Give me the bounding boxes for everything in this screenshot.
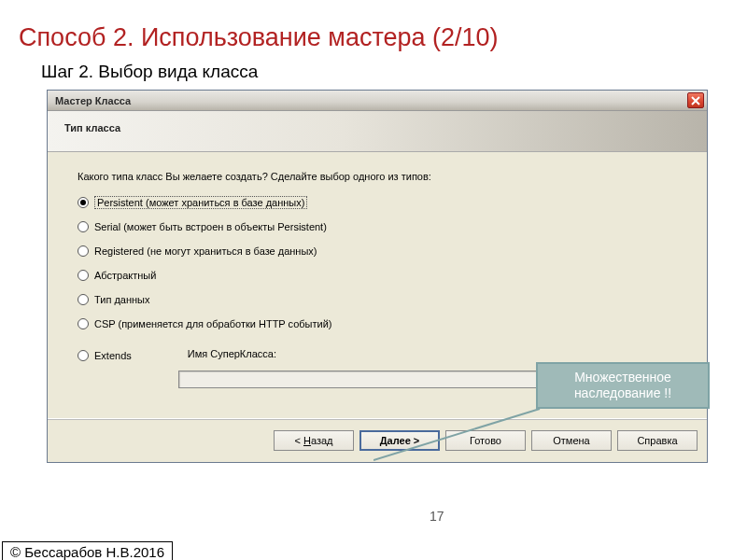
radio-label: Serial (может быть встроен в объекты Per… [94, 221, 327, 232]
next-button[interactable]: Далее > [359, 430, 440, 451]
page-number: 17 [430, 509, 444, 524]
radio-label: CSP (применяется для обработки HTTP собы… [94, 318, 332, 329]
callout-box: Множественное наследование !! [536, 362, 710, 409]
radio-input[interactable] [78, 318, 89, 329]
radio-label: Registered (не могут храниться в базе да… [94, 245, 317, 257]
radio-label: Абстрактный [94, 270, 156, 281]
radio-label: Persistent (может храниться в базе данны… [94, 196, 307, 209]
callout-line1: Множественное [574, 370, 671, 385]
callout-line2: наследование !! [574, 385, 671, 400]
slide-title: Способ 2. Использование мастера (2/10) [0, 0, 747, 62]
radio-input[interactable] [78, 350, 89, 361]
finish-button[interactable]: Готово [445, 430, 526, 451]
button-row: < Назад Далее > Готово Отмена Справка [48, 418, 707, 462]
radio-input[interactable] [78, 270, 89, 281]
radio-serial[interactable]: Serial (может быть встроен в объекты Per… [78, 219, 688, 234]
close-icon [691, 96, 700, 105]
close-button[interactable] [687, 92, 704, 108]
wizard-content: Какого типа класс Вы желаете создать? Сд… [48, 152, 707, 398]
back-button[interactable]: < Назад [274, 430, 354, 451]
radio-datatype[interactable]: Тип данных [78, 292, 688, 307]
radio-abstract[interactable]: Абстрактный [78, 268, 688, 283]
radio-csp[interactable]: CSP (применяется для обработки HTTP собы… [78, 316, 688, 331]
radio-label: Тип данных [94, 294, 150, 305]
step-text: Шаг 2. Выбор вида класса [0, 62, 747, 90]
wizard-header: Тип класса [48, 111, 707, 152]
radio-extends[interactable]: Extends [78, 348, 132, 363]
radio-input[interactable] [78, 245, 89, 257]
copyright: © Бессарабов Н.В.2016 [2, 541, 173, 560]
help-button[interactable]: Справка [617, 430, 698, 451]
titlebar: Мастер Класса [48, 91, 707, 111]
radio-input[interactable] [78, 197, 89, 208]
radio-registered[interactable]: Registered (не могут храниться в базе да… [78, 244, 688, 259]
prompt-text: Какого типа класс Вы желаете создать? Сд… [78, 171, 688, 182]
cancel-button[interactable]: Отмена [531, 430, 612, 451]
window-title: Мастер Класса [55, 95, 131, 106]
radio-persistent[interactable]: Persistent (может храниться в базе данны… [78, 195, 688, 210]
radio-label: Extends [94, 350, 132, 361]
radio-input[interactable] [78, 294, 89, 305]
superclass-label: Имя СуперКласса: [188, 348, 276, 359]
radio-input[interactable] [78, 221, 89, 232]
